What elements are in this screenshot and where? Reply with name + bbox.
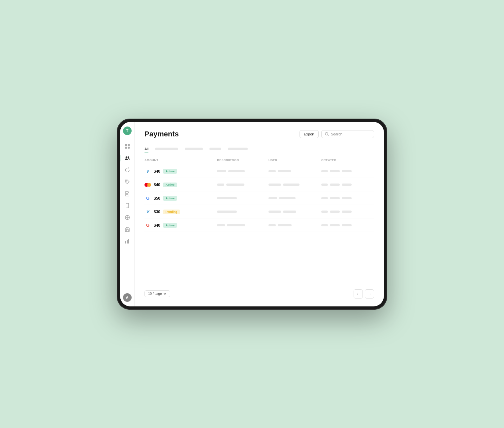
amount-cell: G $50 Active [144, 195, 217, 202]
sidebar-item-dashboard[interactable] [122, 141, 133, 152]
sidebar-item-file[interactable] [122, 188, 133, 199]
prev-page-button[interactable]: ← [354, 289, 363, 299]
search-icon [325, 132, 329, 136]
globe-icon [125, 215, 130, 220]
sidebar-item-building[interactable] [122, 224, 133, 235]
col-header-user: USER [268, 158, 321, 162]
google-icon: G [144, 222, 151, 229]
svg-rect-2 [125, 147, 127, 149]
table-body: V $40 Active [144, 165, 374, 232]
status-badge: Active [163, 183, 177, 187]
device-frame: T [117, 119, 387, 310]
col-header-description: DESCRIPTION [217, 158, 268, 162]
table-row[interactable]: V $30 Pending [144, 206, 374, 218]
per-page-select[interactable]: 10 / page [144, 290, 170, 297]
sidebar-item-mobile[interactable] [122, 200, 133, 211]
sidebar-item-users[interactable] [122, 153, 133, 163]
refresh-icon [125, 167, 130, 173]
sidebar-item-refresh[interactable] [122, 165, 133, 175]
amount-cell: V $40 Active [144, 168, 217, 175]
svg-point-17 [325, 132, 328, 135]
main-content: Payments Export All [135, 122, 384, 306]
description-cell [217, 224, 268, 226]
users-icon [125, 156, 130, 161]
mobile-icon [125, 203, 130, 208]
user-cell [268, 211, 321, 213]
sidebar-item-chart[interactable] [122, 236, 133, 246]
user-cell [268, 197, 321, 199]
table-row[interactable]: G $50 Active [144, 192, 374, 205]
chevron-down-icon [163, 292, 167, 296]
building-icon [125, 227, 130, 232]
per-page-label: 10 / page [148, 292, 162, 296]
tag-icon [125, 179, 130, 185]
table-header: AMOUNT DESCRIPTION USER CREATED [144, 158, 374, 164]
sidebar-item-globe[interactable] [122, 212, 133, 223]
tab-4[interactable] [209, 145, 221, 153]
table-row[interactable]: V $40 Active [144, 165, 374, 178]
page-header: Payments Export [144, 130, 374, 138]
grid-icon [125, 144, 130, 149]
tab-2[interactable] [155, 145, 178, 153]
venmo-icon: V [144, 209, 151, 215]
table-row[interactable]: G $40 Active [144, 219, 374, 232]
user-cell [268, 184, 321, 186]
user-cell [268, 170, 321, 172]
header-actions: Export [299, 130, 374, 138]
svg-rect-13 [127, 228, 128, 229]
table-row[interactable]: $40 Active [144, 179, 374, 191]
created-cell [321, 184, 374, 186]
chart-icon [125, 239, 130, 244]
svg-point-4 [125, 156, 127, 158]
amount-value: $40 [154, 183, 160, 187]
status-badge: Pending [163, 210, 180, 214]
amount-value: $40 [154, 223, 160, 228]
svg-rect-12 [126, 228, 127, 229]
google-icon: G [144, 195, 151, 202]
next-page-button[interactable]: → [365, 289, 374, 299]
mastercard-icon [144, 182, 151, 188]
svg-rect-15 [127, 240, 128, 243]
col-header-amount: AMOUNT [144, 158, 217, 162]
amount-value: $30 [154, 210, 160, 214]
sidebar-item-tag[interactable] [122, 177, 133, 187]
tabs-bar: All [144, 145, 374, 153]
svg-point-5 [127, 156, 129, 158]
created-cell [321, 224, 374, 226]
svg-line-18 [328, 135, 329, 136]
amount-value: $50 [154, 196, 160, 201]
tab-all[interactable]: All [144, 145, 148, 153]
search-input[interactable] [331, 132, 370, 136]
amount-cell: G $40 Active [144, 222, 217, 229]
svg-rect-14 [125, 241, 126, 243]
svg-point-6 [126, 181, 127, 181]
svg-rect-16 [128, 239, 129, 243]
svg-rect-3 [128, 147, 130, 149]
description-cell [217, 197, 268, 199]
svg-rect-0 [125, 144, 127, 146]
export-button[interactable]: Export [299, 130, 319, 138]
amount-cell: $40 Active [144, 182, 217, 188]
status-badge: Active [163, 223, 177, 228]
sidebar-avatar[interactable]: A [123, 293, 132, 302]
description-cell [217, 211, 268, 213]
sidebar: T [120, 122, 135, 306]
tab-3[interactable] [185, 145, 203, 153]
description-cell [217, 184, 268, 186]
amount-value: $40 [154, 169, 160, 174]
status-badge: Active [163, 169, 177, 174]
page-title: Payments [144, 130, 179, 138]
description-cell [217, 170, 268, 172]
amount-cell: V $30 Pending [144, 209, 217, 215]
pagination-buttons: ← → [354, 289, 374, 299]
table-footer: 10 / page ← → [144, 285, 374, 299]
created-cell [321, 170, 374, 172]
sidebar-logo[interactable]: T [123, 127, 132, 135]
created-cell [321, 211, 374, 213]
device-screen: T [120, 122, 384, 306]
user-cell [268, 224, 321, 226]
search-box[interactable] [321, 130, 374, 138]
tab-5[interactable] [228, 145, 248, 153]
created-cell [321, 197, 374, 199]
svg-rect-1 [128, 144, 130, 146]
